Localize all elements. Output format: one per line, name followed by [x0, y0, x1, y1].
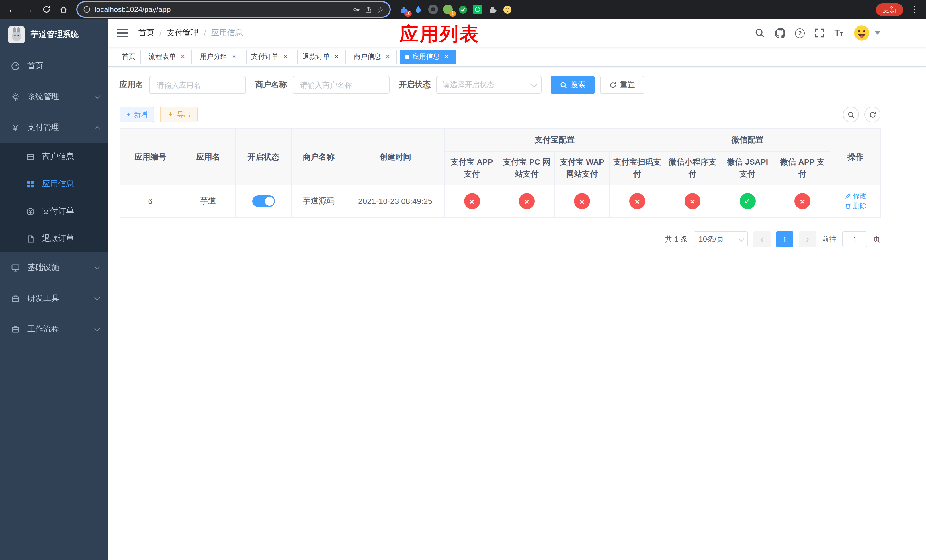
alipay-app-status-icon: ×	[464, 193, 480, 209]
page-size-select[interactable]: 10条/页	[694, 231, 748, 247]
edit-link[interactable]: 修改	[844, 191, 867, 201]
url-text[interactable]: localhost:1024/pay/app	[95, 5, 349, 14]
page-size-value: 10条/页	[699, 234, 724, 244]
sidebar-item-system[interactable]: 系统管理	[0, 82, 108, 112]
toggle-search-button[interactable]	[843, 106, 859, 123]
close-icon[interactable]: ×	[333, 53, 340, 61]
sidebar-item-pay-order[interactable]: 支付订单	[0, 198, 108, 225]
browser-update-button[interactable]: 更新	[876, 3, 903, 16]
chevron-down-icon	[94, 93, 100, 99]
page-number-current[interactable]: 1	[776, 231, 793, 247]
col-alipay-wap: 支付宝 WAP 网站支付	[554, 151, 610, 185]
browser-refresh-icon[interactable]	[39, 2, 53, 17]
breadcrumb-payment[interactable]: 支付管理	[167, 28, 199, 38]
breadcrumb-separator: /	[204, 29, 206, 38]
green-square-extension-icon[interactable]	[473, 5, 483, 14]
tab-home[interactable]: 首页	[117, 49, 141, 64]
font-size-icon[interactable]: TT	[834, 29, 843, 38]
browser-back-icon[interactable]: ←	[5, 2, 20, 17]
goto-page-input[interactable]	[842, 231, 867, 247]
tab-label: 首页	[122, 52, 136, 62]
user-menu[interactable]	[853, 24, 881, 42]
address-bar[interactable]: localhost:1024/pay/app ☆	[77, 2, 390, 17]
refresh-table-button[interactable]	[864, 106, 881, 123]
tab-app-info[interactable]: 应用信息×	[400, 49, 455, 64]
sidebar-item-home[interactable]: 首页	[0, 51, 108, 82]
extensions-row: 10 1	[399, 5, 512, 14]
tab-user-group[interactable]: 用户分组×	[195, 49, 243, 64]
tab-pay-order[interactable]: 支付订单×	[246, 49, 294, 64]
chevron-up-icon	[94, 126, 100, 132]
status-select[interactable]: 请选择开启状态	[436, 76, 542, 94]
monitor-icon	[10, 263, 21, 272]
sidebar-item-merchant-info[interactable]: 商户信息	[0, 143, 108, 170]
browser-forward-icon[interactable]: →	[22, 2, 36, 17]
breadcrumb-home[interactable]: 首页	[138, 28, 154, 38]
green-check-extension-icon[interactable]	[458, 5, 468, 14]
site-info-icon[interactable]	[83, 6, 91, 13]
close-icon[interactable]: ×	[442, 53, 451, 61]
fullscreen-icon[interactable]	[814, 28, 825, 38]
emoji-face-extension-icon[interactable]	[502, 5, 512, 14]
cell-app-name: 芋道	[181, 185, 236, 217]
bookmark-star-icon[interactable]: ☆	[377, 5, 384, 14]
tab-merchant-info[interactable]: 商户信息×	[348, 49, 397, 64]
col-app-id: 应用编号	[120, 129, 181, 185]
reset-button[interactable]: 重置	[600, 76, 644, 94]
export-button[interactable]: 导出	[160, 106, 198, 123]
sidebar-item-label: 首页	[27, 61, 43, 71]
avatar[interactable]	[853, 24, 870, 42]
table-row: 6 芋道 芋道源码 2021-10-23 08:49:25 × × × × ×	[120, 185, 881, 217]
edit-link-label: 修改	[853, 191, 867, 201]
next-page-button[interactable]: ›	[799, 231, 816, 247]
close-icon[interactable]: ×	[384, 53, 392, 61]
drop-extension-icon[interactable]	[413, 5, 423, 14]
close-icon[interactable]: ×	[179, 53, 187, 61]
status-toggle[interactable]	[252, 195, 275, 207]
close-icon[interactable]: ×	[230, 53, 238, 61]
app-name-input[interactable]	[149, 76, 246, 94]
app-logo-row: 芋道管理系统	[0, 19, 108, 51]
col-wx-mini: 微信小程序支付	[665, 151, 720, 185]
breadcrumb: 首页 / 支付管理 / 应用信息	[138, 28, 243, 38]
help-icon[interactable]: ?	[795, 28, 805, 38]
search-icon[interactable]	[755, 28, 765, 38]
profile-extension-icon[interactable]: 1	[443, 5, 453, 14]
col-app-name: 应用名	[181, 129, 236, 185]
sidebar-item-infra[interactable]: 基础设施	[0, 252, 108, 283]
sidebar-item-label: 支付管理	[27, 123, 59, 133]
chevron-down-icon	[94, 325, 100, 331]
merchant-name-input[interactable]	[293, 76, 390, 94]
chevron-down-icon	[94, 264, 100, 270]
browser-menu-icon[interactable]: ⋮	[910, 4, 919, 15]
cell-create-time: 2021-10-23 08:49:25	[346, 185, 445, 217]
caret-down-icon	[875, 31, 881, 35]
tab-process-form[interactable]: 流程表单×	[144, 49, 192, 64]
sidebar-item-label: 基础设施	[27, 263, 59, 273]
delete-link[interactable]: 删除	[844, 201, 867, 211]
password-key-icon[interactable]	[353, 5, 361, 14]
sidebar-item-workflow[interactable]: 工作流程	[0, 314, 108, 345]
close-icon[interactable]: ×	[281, 53, 289, 61]
github-icon[interactable]	[775, 28, 785, 38]
tab-refund-order[interactable]: 退款订单×	[297, 49, 346, 64]
sidebar-item-label: 支付订单	[42, 206, 74, 216]
sidebar-item-refund-order[interactable]: 退款订单	[0, 225, 108, 252]
browser-home-icon[interactable]	[56, 2, 71, 17]
sidebar-item-dev-tools[interactable]: 研发工具	[0, 283, 108, 314]
sidebar-fold-icon[interactable]	[117, 29, 128, 37]
cell-app-id: 6	[120, 185, 181, 217]
sidebar-item-payment[interactable]: ¥ 支付管理	[0, 112, 108, 143]
share-icon[interactable]	[365, 5, 373, 14]
prev-page-button[interactable]: ‹	[754, 231, 770, 247]
blue-puzzle-extension-icon[interactable]: 10	[399, 5, 409, 14]
sidebar-item-label: 退款订单	[42, 233, 74, 244]
extensions-puzzle-icon[interactable]	[487, 5, 497, 14]
sidebar-item-app-info[interactable]: 应用信息	[0, 170, 108, 198]
search-button[interactable]: 搜索	[551, 76, 595, 94]
page-content: 应用名 商户名称 开启状态 请选择开启状态 搜索	[108, 67, 926, 560]
dark-circle-extension-icon[interactable]	[428, 5, 438, 14]
col-alipay-qr: 支付宝扫码支付	[610, 151, 665, 185]
chevron-down-icon	[531, 81, 537, 87]
add-button[interactable]: + 新增	[120, 106, 154, 123]
